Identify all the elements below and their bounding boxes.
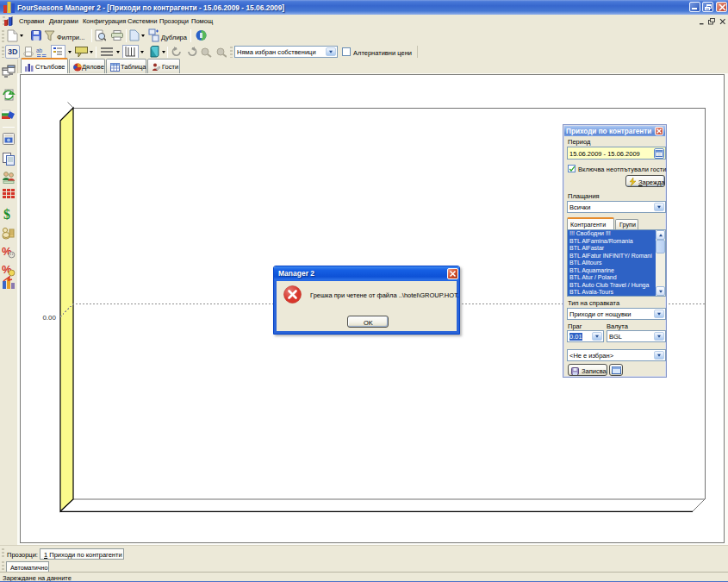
svg-text:ab: ab <box>36 47 43 53</box>
svg-text:$: $ <box>3 207 10 221</box>
svg-text:0.00: 0.00 <box>42 314 56 322</box>
